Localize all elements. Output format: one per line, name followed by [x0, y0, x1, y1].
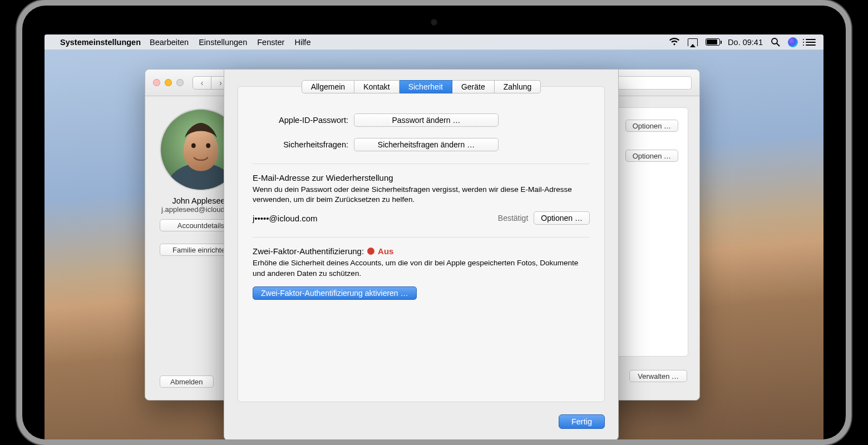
recovery-email-value: j•••••@icloud.com	[253, 214, 318, 223]
spotlight-icon[interactable]	[771, 37, 780, 47]
svg-point-7	[206, 143, 210, 148]
tab-bar: Allgemein Kontakt Sicherheit Geräte Zahl…	[253, 80, 590, 93]
tab-allgemein[interactable]: Allgemein	[302, 80, 354, 93]
done-button[interactable]: Fertig	[559, 414, 605, 429]
section-divider-2	[253, 237, 590, 238]
wifi-icon[interactable]	[669, 38, 680, 46]
minimize-window-button[interactable]	[165, 79, 172, 86]
password-label: Apple-ID-Passwort:	[253, 116, 348, 125]
section-divider	[253, 164, 590, 164]
security-questions-label: Sicherheitsfragen:	[253, 140, 348, 149]
twofa-desc: Erhöhe die Sicherheit deines Accounts, u…	[253, 258, 590, 278]
airplay-icon[interactable]	[688, 38, 698, 46]
siri-icon[interactable]	[788, 37, 798, 47]
options-button-2[interactable]: Optionen …	[625, 150, 678, 162]
svg-line-1	[777, 43, 780, 46]
battery-icon[interactable]	[706, 38, 720, 46]
close-window-button[interactable]	[153, 79, 160, 86]
notification-center-icon[interactable]	[806, 39, 816, 46]
sign-out-button[interactable]: Abmelden	[160, 375, 214, 388]
camera-notch	[431, 19, 437, 26]
menubar: Systemeinstellungen Bearbeiten Einstellu…	[45, 34, 823, 50]
menu-einstellungen[interactable]: Einstellungen	[199, 38, 247, 47]
enable-twofa-button[interactable]: Zwei-Faktor-Authentifizierung aktivieren…	[253, 286, 417, 300]
tab-zahlung[interactable]: Zahlung	[495, 80, 541, 93]
change-password-button[interactable]: Passwort ändern …	[354, 113, 499, 127]
tab-geraete[interactable]: Geräte	[452, 80, 495, 93]
twofa-label: Zwei-Faktor-Authentifizierung:	[253, 246, 364, 256]
status-dot-icon	[367, 248, 374, 255]
manage-button[interactable]: Verwalten …	[629, 370, 687, 382]
svg-point-6	[191, 143, 196, 148]
nav-back-button[interactable]: ‹	[193, 76, 211, 90]
recovery-email-desc: Wenn du dein Passwort oder deine Sicherh…	[253, 185, 590, 205]
user-full-name: John Appleseed	[172, 196, 229, 205]
twofa-status: Aus	[378, 246, 393, 256]
menu-hilfe[interactable]: Hilfe	[294, 38, 310, 47]
menu-bearbeiten[interactable]: Bearbeiten	[150, 38, 189, 47]
menu-fenster[interactable]: Fenster	[257, 38, 284, 47]
tab-kontakt[interactable]: Kontakt	[354, 80, 399, 93]
recovery-email-title: E-Mail-Adresse zur Wiederherstellung	[253, 173, 590, 182]
change-questions-button[interactable]: Sicherheitsfragen ändern …	[354, 138, 499, 151]
account-sheet: Allgemein Kontakt Sicherheit Geräte Zahl…	[224, 69, 619, 439]
menubar-clock[interactable]: Do. 09:41	[728, 38, 763, 47]
recovery-email-status: Bestätigt	[498, 214, 528, 222]
recovery-options-button[interactable]: Optionen …	[534, 211, 590, 225]
zoom-window-button[interactable]	[176, 79, 184, 86]
options-button-1[interactable]: Optionen …	[625, 120, 678, 132]
app-name[interactable]: Systemeinstellungen	[60, 38, 141, 47]
tab-sicherheit[interactable]: Sicherheit	[400, 80, 452, 93]
